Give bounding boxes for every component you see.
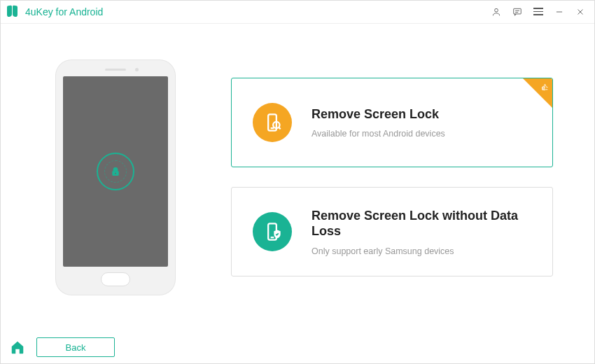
phone-illustration: [56, 60, 175, 295]
phone-unlock-icon: [253, 103, 292, 142]
svg-point-8: [115, 172, 116, 174]
home-icon[interactable]: [10, 340, 25, 355]
lock-icon: [97, 153, 134, 190]
options-list: 👍︎ Remove Screen Lock Available for most…: [231, 78, 595, 276]
option-subtitle: Available for most Android devices: [312, 129, 445, 139]
option-title: Remove Screen Lock: [312, 106, 445, 122]
menu-icon[interactable]: [528, 1, 549, 22]
app-title: 4uKey for Android: [25, 6, 103, 18]
svg-point-0: [495, 8, 498, 12]
option-title: Remove Screen Lock without Data Loss: [312, 208, 531, 239]
recommended-badge: 👍︎: [523, 78, 552, 108]
phone-shield-icon: [253, 212, 292, 251]
minimize-button[interactable]: [549, 1, 570, 22]
option-remove-screen-lock[interactable]: 👍︎ Remove Screen Lock Available for most…: [231, 78, 553, 167]
svg-rect-1: [514, 8, 522, 14]
titlebar: 4uKey for Android: [0, 0, 595, 24]
feedback-icon[interactable]: [507, 1, 528, 22]
app-logo: [7, 6, 20, 18]
close-button[interactable]: [570, 1, 591, 22]
option-subtitle: Only support early Samsung devices: [312, 246, 531, 256]
svg-line-12: [279, 127, 280, 129]
footer: Back: [0, 330, 595, 364]
phone-illustration-wrap: [0, 60, 231, 295]
account-icon[interactable]: [486, 1, 507, 22]
main-content: 👍︎ Remove Screen Lock Available for most…: [0, 24, 595, 330]
option-remove-lock-no-data-loss[interactable]: Remove Screen Lock without Data Loss Onl…: [231, 187, 553, 276]
thumbs-up-icon: 👍︎: [540, 82, 550, 92]
back-button[interactable]: Back: [36, 337, 115, 357]
